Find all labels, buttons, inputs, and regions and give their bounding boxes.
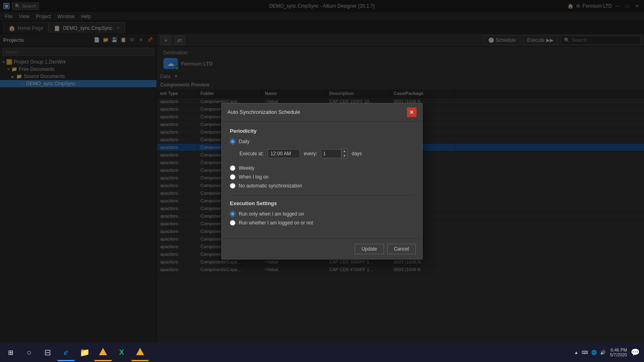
radio-logon-input[interactable] (230, 174, 235, 180)
divider (230, 195, 414, 195)
svg-marker-1 (136, 348, 144, 355)
update-button[interactable]: Update (355, 244, 384, 254)
spinner-down[interactable]: ▼ (342, 154, 347, 158)
taskbar-notification[interactable]: 💬 (628, 345, 642, 360)
svg-marker-0 (99, 348, 107, 355)
start-button[interactable]: ⊞ (2, 343, 19, 361)
taskbar-excel[interactable]: X (113, 343, 130, 361)
taskbar-search[interactable]: ○ (20, 343, 38, 361)
taskbar-clock: 6:46 PM 5/7/2020 (610, 348, 627, 357)
radio-daily-label: Daily (239, 139, 250, 144)
modal-body: Periodicity Daily Execute at: every: ▲ ▼ (222, 121, 422, 239)
radio-logon[interactable]: When I log on (230, 174, 414, 180)
radio-run-loggedon-label: Run only when I am logged on (239, 211, 304, 217)
radio-logon-label: When I log on (239, 174, 268, 180)
radio-nosync-label: No automatic synchronization (239, 183, 302, 189)
radio-run-always-label: Run whether I am logged on or not (239, 220, 313, 226)
modal-header: Auto Synchronization Schedule ✕ (222, 103, 422, 121)
radio-nosync-input[interactable] (230, 183, 235, 189)
taskbar-up-arrow[interactable]: ▲ (574, 350, 578, 355)
execution-title: Execution Settings (230, 200, 414, 206)
taskbar-network-icon: 🌐 (591, 350, 597, 355)
radio-run-loggedon[interactable]: Run only when I am logged on (230, 211, 414, 217)
periodicity-group: Daily Execute at: every: ▲ ▼ days (230, 139, 414, 189)
days-label: days (352, 151, 362, 156)
taskbar-task-view[interactable]: ⊟ (39, 343, 56, 361)
radio-nosync[interactable]: No automatic synchronization (230, 183, 414, 189)
taskbar-altium2[interactable] (131, 343, 149, 361)
modal-title: Auto Synchronization Schedule (227, 109, 300, 115)
spinner-up[interactable]: ▲ (342, 149, 347, 154)
taskbar-folder[interactable]: 📁 (76, 343, 93, 361)
modal-footer: Update Cancel (222, 239, 422, 259)
radio-daily-input[interactable] (230, 139, 235, 144)
every-label: every: (304, 151, 317, 156)
modal-close-button[interactable]: ✕ (407, 107, 417, 117)
days-spinner[interactable]: ▲ ▼ (341, 148, 348, 159)
taskbar-date-display: 5/7/2020 (610, 352, 627, 357)
taskbar-time-display: 6:46 PM (610, 348, 627, 352)
taskbar-volume-icon: 🔊 (600, 350, 606, 355)
time-input[interactable] (268, 149, 300, 158)
modal-overlay: Auto Synchronization Schedule ✕ Periodic… (0, 0, 644, 362)
taskbar-keyboard-icon: ⌨ (582, 350, 588, 355)
radio-run-loggedon-input[interactable] (230, 211, 235, 217)
execute-at-label: Execute at: (239, 151, 264, 156)
taskbar: ⊞ ○ ⊟ 𝑒 📁 X ▲ ⌨ 🌐 🔊 6:46 PM 5/7/2020 💬 (0, 343, 644, 362)
radio-run-always-input[interactable] (230, 220, 235, 226)
taskbar-edge[interactable]: 𝑒 (57, 343, 75, 361)
execution-group: Run only when I am logged on Run whether… (230, 211, 414, 226)
radio-weekly-label: Weekly (239, 165, 254, 171)
periodicity-title: Periodicity (230, 128, 414, 134)
taskbar-altium[interactable] (94, 343, 112, 361)
radio-weekly-input[interactable] (230, 165, 235, 171)
radio-run-always[interactable]: Run whether I am logged on or not (230, 220, 414, 226)
auto-sync-modal: Auto Synchronization Schedule ✕ Periodic… (221, 103, 423, 259)
radio-daily[interactable]: Daily (230, 139, 414, 144)
days-spinner-container: ▲ ▼ (321, 148, 348, 159)
days-input[interactable] (321, 149, 341, 158)
cancel-button[interactable]: Cancel (387, 244, 416, 254)
radio-weekly[interactable]: Weekly (230, 165, 414, 171)
execute-settings-row: Execute at: every: ▲ ▼ days (230, 148, 414, 159)
taskbar-system: ▲ ⌨ 🌐 🔊 (571, 350, 609, 355)
